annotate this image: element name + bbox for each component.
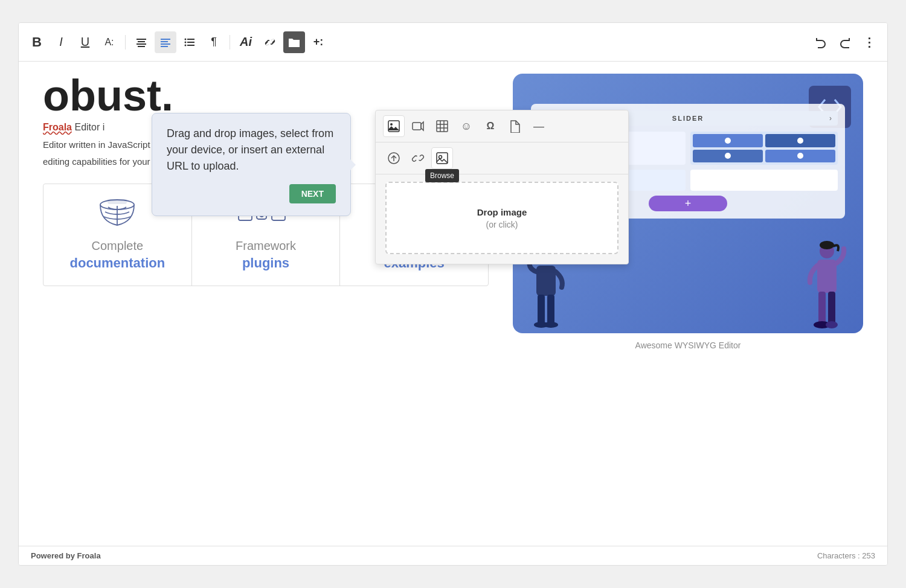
browse-icon xyxy=(435,152,449,165)
svg-rect-52 xyxy=(538,295,545,325)
svg-rect-1 xyxy=(138,41,145,42)
svg-rect-2 xyxy=(137,43,146,45)
svg-rect-18 xyxy=(437,121,448,132)
upload-tab-button[interactable] xyxy=(383,147,405,169)
table-tab-button[interactable] xyxy=(431,115,453,137)
dot-4 xyxy=(797,153,803,159)
special-char-button[interactable]: Ω xyxy=(480,115,501,137)
powered-by-text: Powered by xyxy=(31,551,75,560)
card-2-cell-3 xyxy=(693,150,763,163)
svg-point-15 xyxy=(390,123,393,126)
toolbar-right: ⋮ xyxy=(810,31,880,53)
bold-button[interactable]: B xyxy=(26,31,48,53)
redo-icon xyxy=(838,36,852,49)
card-4 xyxy=(690,170,838,191)
svg-rect-7 xyxy=(161,46,168,47)
dot-3 xyxy=(725,153,731,159)
url-tab-button[interactable] xyxy=(407,147,429,169)
insert-button[interactable]: +: xyxy=(307,31,329,53)
drop-text-1: Drop image xyxy=(477,207,527,217)
image-insert-tabs: Browse xyxy=(376,142,628,174)
slider-right-arrow[interactable]: › xyxy=(829,114,832,123)
list-icon xyxy=(184,36,196,48)
undo-button[interactable] xyxy=(810,31,832,53)
align-active-icon xyxy=(159,36,172,48)
card-2-cell-4 xyxy=(765,150,835,163)
svg-rect-9 xyxy=(187,39,194,40)
tooltip-bubble: Drag and drop images, select from your d… xyxy=(152,113,351,216)
svg-rect-13 xyxy=(187,45,194,46)
toolbar: B I U A: ¶ Ai xyxy=(19,23,887,62)
italic-button[interactable]: I xyxy=(50,31,72,53)
editor-footer: Powered by Froala Characters : 253 xyxy=(19,546,887,565)
video-icon xyxy=(411,120,425,133)
browse-tab-container: Browse xyxy=(431,147,453,169)
browse-tab-button[interactable] xyxy=(431,147,453,169)
font-size-button[interactable]: A: xyxy=(98,31,120,53)
feature-link-2[interactable]: plugins xyxy=(202,255,330,271)
person-right-icon xyxy=(803,240,851,331)
feature-link-1[interactable]: documentation xyxy=(53,255,182,271)
svg-rect-58 xyxy=(817,260,837,293)
svg-point-63 xyxy=(820,241,834,249)
emoji-tab-button[interactable]: ☺ xyxy=(455,115,477,137)
svg-rect-11 xyxy=(187,42,194,43)
paragraph-button[interactable]: ¶ xyxy=(203,31,225,53)
footer-brand-name: Froala xyxy=(77,551,101,560)
dot-1 xyxy=(725,138,731,144)
link-icon xyxy=(264,36,276,48)
align-button-1[interactable] xyxy=(130,31,152,53)
redo-button[interactable] xyxy=(834,31,856,53)
svg-rect-4 xyxy=(161,39,170,40)
dot-2 xyxy=(797,138,803,144)
video-tab-button[interactable] xyxy=(407,115,429,137)
book-icon xyxy=(93,199,141,232)
svg-rect-5 xyxy=(161,41,168,42)
illustration-caption: Awesome WYSIWYG Editor xyxy=(513,340,863,350)
svg-point-8 xyxy=(185,38,187,40)
svg-rect-3 xyxy=(138,46,145,47)
doc-icon xyxy=(509,120,521,133)
svg-rect-6 xyxy=(161,43,170,45)
footer-chars: Characters : 253 xyxy=(817,551,875,560)
svg-point-26 xyxy=(439,156,442,159)
separator-2 xyxy=(230,35,230,50)
link-button[interactable] xyxy=(259,31,281,53)
svg-point-10 xyxy=(185,41,187,43)
svg-rect-60 xyxy=(828,292,835,325)
svg-point-12 xyxy=(185,44,187,46)
underline-button[interactable]: U xyxy=(74,31,96,53)
card-2 xyxy=(690,132,838,165)
ai-button[interactable]: Ai xyxy=(235,31,257,53)
ai-label: Ai xyxy=(240,35,252,49)
svg-rect-59 xyxy=(818,292,826,325)
table-icon xyxy=(435,120,449,133)
doc-button[interactable] xyxy=(504,115,525,137)
svg-rect-16 xyxy=(413,123,421,130)
svg-rect-0 xyxy=(137,39,146,40)
froala-brand: Froala xyxy=(43,122,72,132)
feature-label-2: Framework xyxy=(202,239,330,253)
folder-icon xyxy=(288,36,301,49)
image-button[interactable] xyxy=(283,31,305,53)
more-options-button[interactable]: ⋮ xyxy=(858,31,880,53)
undo-icon xyxy=(814,36,827,49)
tooltip-text: Drag and drop images, select from your d… xyxy=(167,126,336,174)
divider-button[interactable]: — xyxy=(528,115,550,137)
list-button[interactable] xyxy=(179,31,201,53)
browse-tooltip-label: Browse xyxy=(425,169,459,182)
image-tab-button[interactable] xyxy=(383,115,405,137)
svg-rect-51 xyxy=(536,266,556,296)
purple-btn[interactable]: + xyxy=(649,196,727,211)
editor-content: Drag and drop images, select from your d… xyxy=(19,62,887,532)
image-insert-popup: ☺ Ω — xyxy=(375,110,629,264)
drop-zone[interactable]: Drop image (or click) xyxy=(385,182,618,254)
brand-suffix: Editor i xyxy=(74,122,104,132)
align-button-2[interactable] xyxy=(155,31,176,53)
separator-1 xyxy=(125,35,126,50)
svg-rect-53 xyxy=(547,295,554,325)
editor-container: B I U A: ¶ Ai xyxy=(18,22,888,566)
svg-rect-28 xyxy=(108,200,126,203)
drop-text-2: (or click) xyxy=(486,220,518,229)
next-button[interactable]: NEXT xyxy=(289,184,336,203)
